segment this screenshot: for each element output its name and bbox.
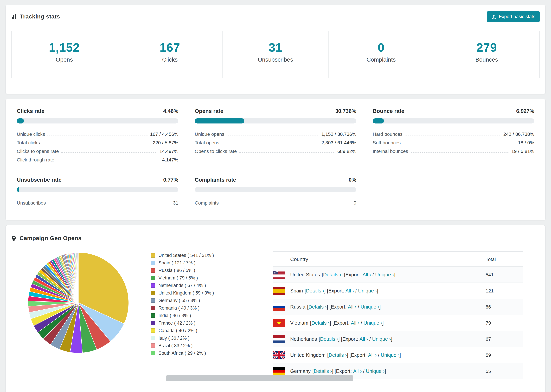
country-cell: United States[Details ›][Export:All ›/Un… (290, 272, 486, 277)
details-link[interactable]: Details › (311, 320, 330, 326)
stat-row: Total opens 2,303 / 61.446% (195, 138, 356, 147)
stat-row: Complaints 0 (195, 198, 356, 207)
export-all-link[interactable]: All › (360, 336, 368, 342)
export-basic-stats-button[interactable]: Export basic stats (487, 11, 540, 22)
table-row: Netherlands[Details ›][Export:All ›/Uniq… (273, 331, 523, 347)
rate-section: Bounce rate 6.927% Hard bounces 242 / 86… (373, 108, 534, 164)
legend-item[interactable]: India ( 46 / 3% ) (151, 313, 237, 318)
country-cell: Spain[Details ›][Export:All ›/Unique ›] (290, 288, 486, 294)
stat-row: Unique clicks 167 / 4.456% (17, 130, 178, 138)
stat-row-label: Total clicks (17, 140, 40, 145)
stat-row-value: 31 (173, 200, 178, 205)
stat-row: Clicks to opens rate 14.497% (17, 147, 178, 155)
stat-cell: 167 Clicks (117, 31, 223, 78)
details-link[interactable]: Details › (329, 352, 347, 358)
legend-item[interactable]: Netherlands ( 67 / 4% ) (151, 283, 237, 288)
bracket-open: [ (322, 272, 323, 277)
rates-grid: Clicks rate 4.46% Unique clicks 167 / 4.… (17, 108, 534, 207)
legend-item[interactable]: Vietnam ( 79 / 5% ) (151, 275, 237, 280)
stat-row-label: Hard bounces (373, 131, 403, 137)
export-unique-link[interactable]: Unique › (360, 304, 379, 309)
details-link[interactable]: Details › (323, 272, 341, 277)
horizontal-scrollbar-thumb[interactable] (166, 375, 353, 381)
export-unique-link[interactable]: Unique › (366, 368, 385, 374)
geo-title-text: Campaign Geo Opens (20, 235, 81, 242)
bracket-close: ] (338, 336, 340, 342)
bracket-open: [ (310, 320, 311, 326)
rate-title: Unsubscribe rate (17, 177, 61, 183)
legend-swatch (151, 321, 155, 325)
details-link[interactable]: Details › (314, 368, 332, 374)
geo-content: United States ( 541 / 31% ) Spain ( 121 … (11, 252, 540, 379)
country-column-header: Country (290, 256, 486, 262)
legend-label: Brazil ( 33 / 2% ) (158, 343, 193, 348)
country-flag (273, 319, 290, 327)
legend-item[interactable]: Canada ( 40 / 2% ) (151, 328, 237, 333)
table-row: United Kingdom[Details ›][Export:All ›/U… (273, 347, 523, 363)
details-link[interactable]: Details › (320, 336, 338, 342)
stat-row-label: Soft bounces (373, 140, 401, 145)
slash: / (369, 336, 371, 342)
export-unique-link[interactable]: Unique › (358, 288, 377, 294)
legend-item[interactable]: Romania ( 49 / 3% ) (151, 305, 237, 311)
rate-header: Opens rate 30.736% (195, 108, 356, 114)
export-all-link[interactable]: All › (346, 288, 354, 294)
export-all-link[interactable]: All › (363, 272, 371, 277)
stat-row-value: 167 / 4.456% (150, 131, 178, 137)
chart-legend: United States ( 541 / 31% ) Spain ( 121 … (151, 252, 237, 379)
dotted-leader (48, 204, 171, 204)
stat-row-label: Unique clicks (17, 131, 45, 137)
legend-item[interactable]: Brazil ( 33 / 2% ) (151, 343, 237, 348)
bracket-close: ] (384, 368, 386, 374)
legend-label: United States ( 541 / 31% ) (158, 253, 214, 258)
details-link[interactable]: Details › (309, 304, 327, 309)
stat-cell: 1,152 Opens (11, 31, 117, 78)
rate-header: Bounce rate 6.927% (373, 108, 534, 114)
stat-cell: 0 Complaints (328, 31, 434, 78)
bracket-close: ] (324, 288, 326, 294)
legend-item[interactable]: Spain ( 121 / 7% ) (151, 260, 237, 266)
stat-row-value: 220 / 5.87% (153, 140, 178, 145)
geo-table-header: Country Total (273, 252, 523, 267)
bracket-close: ] (394, 272, 395, 277)
legend-label: Romania ( 49 / 3% ) (158, 305, 199, 311)
legend-label: Vietnam ( 79 / 5% ) (158, 275, 198, 280)
legend-swatch (151, 291, 155, 295)
stat-row: Unique opens 1,152 / 30.736% (195, 130, 356, 138)
export-label: Export: (351, 352, 367, 358)
rate-rows: Unique clicks 167 / 4.456% Total clicks … (17, 130, 178, 164)
details-link[interactable]: Details › (306, 288, 324, 294)
legend-item[interactable]: Germany ( 55 / 3% ) (151, 298, 237, 303)
stat-row-value: 242 / 86.738% (503, 131, 534, 137)
stat-row-value: 1,152 / 30.736% (321, 131, 356, 137)
table-row: United States[Details ›][Export:All ›/Un… (273, 267, 523, 283)
stat-row-label: Clicks to opens rate (17, 148, 59, 154)
legend-item[interactable]: Russia ( 86 / 5% ) (151, 268, 237, 273)
country-cell: United Kingdom[Details ›][Export:All ›/U… (290, 352, 486, 358)
export-unique-link[interactable]: Unique › (375, 272, 394, 277)
bracket-close: ] (330, 320, 331, 326)
export-all-link[interactable]: All › (348, 304, 356, 309)
rate-progress-track (17, 187, 178, 192)
legend-item[interactable]: South Africa ( 29 / 2% ) (151, 351, 237, 356)
legend-label: Germany ( 55 / 3% ) (158, 298, 200, 303)
stat-value: 279 (434, 41, 539, 54)
stat-row: Soft bounces 18 / 0% (373, 138, 534, 147)
legend-item[interactable]: France ( 42 / 2% ) (151, 321, 237, 326)
legend-item[interactable]: United Kingdom ( 59 / 3% ) (151, 290, 237, 295)
dotted-leader (47, 135, 148, 135)
legend-item[interactable]: Italy ( 36 / 2% ) (151, 336, 237, 341)
stat-row: Hard bounces 242 / 86.738% (373, 130, 534, 138)
export-all-link[interactable]: All › (368, 352, 377, 358)
page: Tracking stats Export basic stats 1,152 … (0, 0, 551, 392)
rate-title: Complaints rate (195, 177, 236, 183)
export-all-link[interactable]: All › (353, 368, 362, 374)
legend-item[interactable]: United States ( 541 / 31% ) (151, 253, 237, 258)
country-total: 67 (486, 336, 523, 342)
export-unique-link[interactable]: Unique › (372, 336, 391, 342)
export-unique-link[interactable]: Unique › (381, 352, 400, 358)
country-name: United States (290, 272, 320, 277)
export-label: Export: (331, 304, 346, 309)
export-unique-link[interactable]: Unique › (363, 320, 382, 326)
export-all-link[interactable]: All › (351, 320, 359, 326)
